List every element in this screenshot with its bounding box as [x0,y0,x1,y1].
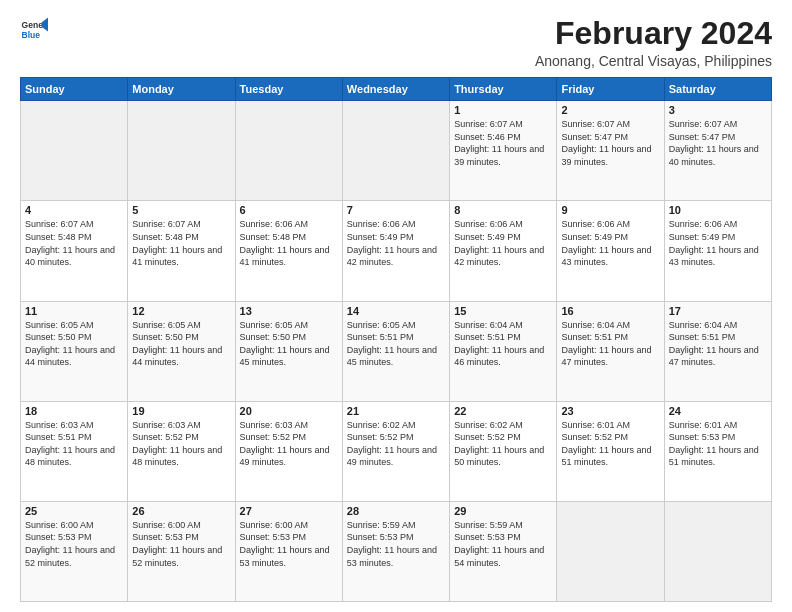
day-info: Sunrise: 6:00 AMSunset: 5:53 PMDaylight:… [132,519,230,569]
col-monday: Monday [128,78,235,101]
col-sunday: Sunday [21,78,128,101]
svg-text:Blue: Blue [22,30,41,40]
day-number: 23 [561,405,659,417]
table-row: 3Sunrise: 6:07 AMSunset: 5:47 PMDaylight… [664,101,771,201]
main-title: February 2024 [535,16,772,51]
page: General Blue February 2024 Anonang, Cent… [0,0,792,612]
table-row: 26Sunrise: 6:00 AMSunset: 5:53 PMDayligh… [128,501,235,601]
day-info: Sunrise: 6:05 AMSunset: 5:50 PMDaylight:… [240,319,338,369]
subtitle: Anonang, Central Visayas, Philippines [535,53,772,69]
day-info: Sunrise: 6:06 AMSunset: 5:48 PMDaylight:… [240,218,338,268]
day-number: 16 [561,305,659,317]
table-row: 4Sunrise: 6:07 AMSunset: 5:48 PMDaylight… [21,201,128,301]
day-info: Sunrise: 6:06 AMSunset: 5:49 PMDaylight:… [454,218,552,268]
day-number: 3 [669,104,767,116]
day-info: Sunrise: 6:07 AMSunset: 5:47 PMDaylight:… [669,118,767,168]
day-number: 5 [132,204,230,216]
calendar-week-1: 4Sunrise: 6:07 AMSunset: 5:48 PMDaylight… [21,201,772,301]
day-info: Sunrise: 6:07 AMSunset: 5:48 PMDaylight:… [25,218,123,268]
day-number: 26 [132,505,230,517]
day-info: Sunrise: 6:00 AMSunset: 5:53 PMDaylight:… [25,519,123,569]
day-info: Sunrise: 6:03 AMSunset: 5:52 PMDaylight:… [240,419,338,469]
day-number: 22 [454,405,552,417]
day-number: 19 [132,405,230,417]
day-info: Sunrise: 6:06 AMSunset: 5:49 PMDaylight:… [669,218,767,268]
day-info: Sunrise: 5:59 AMSunset: 5:53 PMDaylight:… [347,519,445,569]
generalblue-icon: General Blue [20,16,48,44]
col-tuesday: Tuesday [235,78,342,101]
day-info: Sunrise: 6:06 AMSunset: 5:49 PMDaylight:… [347,218,445,268]
col-wednesday: Wednesday [342,78,449,101]
table-row: 23Sunrise: 6:01 AMSunset: 5:52 PMDayligh… [557,401,664,501]
logo: General Blue [20,16,48,44]
table-row: 17Sunrise: 6:04 AMSunset: 5:51 PMDayligh… [664,301,771,401]
day-info: Sunrise: 6:03 AMSunset: 5:51 PMDaylight:… [25,419,123,469]
table-row: 19Sunrise: 6:03 AMSunset: 5:52 PMDayligh… [128,401,235,501]
day-info: Sunrise: 6:07 AMSunset: 5:47 PMDaylight:… [561,118,659,168]
day-info: Sunrise: 6:02 AMSunset: 5:52 PMDaylight:… [347,419,445,469]
table-row: 6Sunrise: 6:06 AMSunset: 5:48 PMDaylight… [235,201,342,301]
day-number: 2 [561,104,659,116]
day-number: 4 [25,204,123,216]
day-number: 14 [347,305,445,317]
day-info: Sunrise: 6:02 AMSunset: 5:52 PMDaylight:… [454,419,552,469]
col-thursday: Thursday [450,78,557,101]
calendar-week-3: 18Sunrise: 6:03 AMSunset: 5:51 PMDayligh… [21,401,772,501]
table-row: 10Sunrise: 6:06 AMSunset: 5:49 PMDayligh… [664,201,771,301]
table-row: 27Sunrise: 6:00 AMSunset: 5:53 PMDayligh… [235,501,342,601]
table-row: 21Sunrise: 6:02 AMSunset: 5:52 PMDayligh… [342,401,449,501]
table-row [342,101,449,201]
table-row [128,101,235,201]
table-row: 18Sunrise: 6:03 AMSunset: 5:51 PMDayligh… [21,401,128,501]
table-row: 16Sunrise: 6:04 AMSunset: 5:51 PMDayligh… [557,301,664,401]
day-info: Sunrise: 6:05 AMSunset: 5:50 PMDaylight:… [132,319,230,369]
day-number: 11 [25,305,123,317]
calendar-week-4: 25Sunrise: 6:00 AMSunset: 5:53 PMDayligh… [21,501,772,601]
col-friday: Friday [557,78,664,101]
table-row [557,501,664,601]
table-row: 29Sunrise: 5:59 AMSunset: 5:53 PMDayligh… [450,501,557,601]
day-number: 1 [454,104,552,116]
day-info: Sunrise: 6:06 AMSunset: 5:49 PMDaylight:… [561,218,659,268]
day-number: 12 [132,305,230,317]
day-number: 25 [25,505,123,517]
table-row: 28Sunrise: 5:59 AMSunset: 5:53 PMDayligh… [342,501,449,601]
calendar-table: Sunday Monday Tuesday Wednesday Thursday… [20,77,772,602]
day-number: 27 [240,505,338,517]
day-number: 18 [25,405,123,417]
day-number: 8 [454,204,552,216]
day-info: Sunrise: 6:00 AMSunset: 5:53 PMDaylight:… [240,519,338,569]
header: General Blue February 2024 Anonang, Cent… [20,16,772,69]
day-number: 20 [240,405,338,417]
calendar-header-row: Sunday Monday Tuesday Wednesday Thursday… [21,78,772,101]
day-info: Sunrise: 6:01 AMSunset: 5:53 PMDaylight:… [669,419,767,469]
table-row: 15Sunrise: 6:04 AMSunset: 5:51 PMDayligh… [450,301,557,401]
day-info: Sunrise: 6:03 AMSunset: 5:52 PMDaylight:… [132,419,230,469]
day-number: 9 [561,204,659,216]
day-info: Sunrise: 5:59 AMSunset: 5:53 PMDaylight:… [454,519,552,569]
table-row [664,501,771,601]
day-number: 28 [347,505,445,517]
day-info: Sunrise: 6:01 AMSunset: 5:52 PMDaylight:… [561,419,659,469]
day-number: 7 [347,204,445,216]
table-row [21,101,128,201]
day-number: 24 [669,405,767,417]
table-row: 2Sunrise: 6:07 AMSunset: 5:47 PMDaylight… [557,101,664,201]
day-number: 6 [240,204,338,216]
day-info: Sunrise: 6:07 AMSunset: 5:48 PMDaylight:… [132,218,230,268]
table-row: 9Sunrise: 6:06 AMSunset: 5:49 PMDaylight… [557,201,664,301]
day-number: 15 [454,305,552,317]
table-row: 20Sunrise: 6:03 AMSunset: 5:52 PMDayligh… [235,401,342,501]
day-number: 21 [347,405,445,417]
title-block: February 2024 Anonang, Central Visayas, … [535,16,772,69]
table-row: 7Sunrise: 6:06 AMSunset: 5:49 PMDaylight… [342,201,449,301]
day-number: 29 [454,505,552,517]
table-row: 1Sunrise: 6:07 AMSunset: 5:46 PMDaylight… [450,101,557,201]
calendar-week-2: 11Sunrise: 6:05 AMSunset: 5:50 PMDayligh… [21,301,772,401]
calendar-week-0: 1Sunrise: 6:07 AMSunset: 5:46 PMDaylight… [21,101,772,201]
table-row: 8Sunrise: 6:06 AMSunset: 5:49 PMDaylight… [450,201,557,301]
day-number: 13 [240,305,338,317]
day-info: Sunrise: 6:04 AMSunset: 5:51 PMDaylight:… [669,319,767,369]
day-info: Sunrise: 6:05 AMSunset: 5:51 PMDaylight:… [347,319,445,369]
table-row: 5Sunrise: 6:07 AMSunset: 5:48 PMDaylight… [128,201,235,301]
